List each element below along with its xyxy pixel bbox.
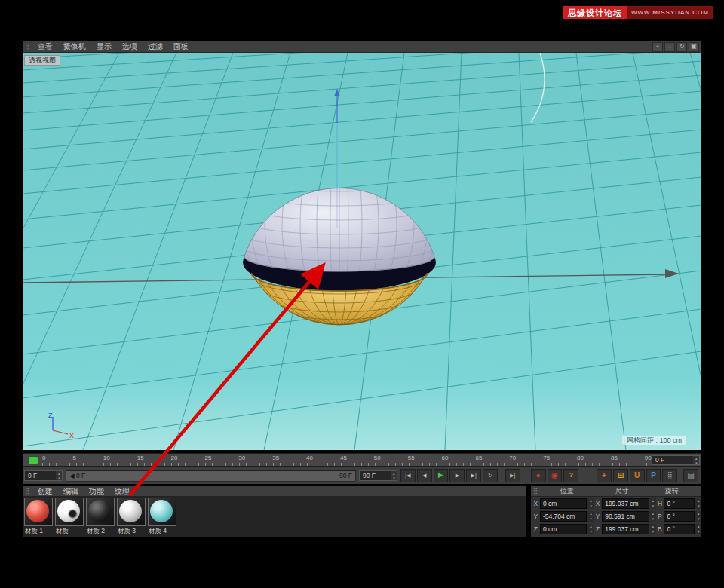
drag-handle-icon[interactable]: ⣿ xyxy=(23,43,32,51)
stepper-icon[interactable]: ▴▾ xyxy=(693,456,699,464)
material-preview-sphere xyxy=(88,500,111,522)
layout-icon[interactable]: ▤ xyxy=(683,469,698,482)
material-thumbnail[interactable] xyxy=(117,498,146,526)
rotate-view-icon[interactable]: ↻ xyxy=(676,42,687,52)
tick-label: 80 xyxy=(577,455,584,462)
material-item[interactable]: 材质 xyxy=(55,498,85,535)
stepper-icon[interactable]: ▴▾ xyxy=(587,498,594,509)
drag-handle-icon[interactable]: ⣿ xyxy=(23,488,32,495)
preview-range-slider[interactable]: ◀ 0 F 90 F xyxy=(66,470,356,482)
current-frame-marker[interactable] xyxy=(28,456,38,464)
current-frame-value: 0 F xyxy=(28,471,37,480)
current-frame-field[interactable]: 0 F ▴▾ xyxy=(24,470,63,481)
menu-camera[interactable]: 摄像机 xyxy=(58,41,91,52)
material-list: 材质 1 材质 材质 2 材质 3 材质 4 xyxy=(23,497,526,537)
pos-axis-label: X xyxy=(532,500,539,507)
stepper-icon[interactable]: ▴▾ xyxy=(695,511,701,522)
header-position: 位置 xyxy=(541,486,594,496)
pos-axis-label: Y xyxy=(532,513,539,520)
sphere-object[interactable] xyxy=(239,124,440,325)
position-x-field[interactable]: 0 cm xyxy=(540,498,587,509)
rotation-h-field[interactable]: 0 ° xyxy=(664,498,695,509)
material-preview-sphere xyxy=(26,500,49,522)
material-thumbnail[interactable] xyxy=(24,498,53,526)
keyframe-options-button[interactable]: ? xyxy=(563,469,578,482)
stepper-icon[interactable]: ▴▾ xyxy=(391,471,397,480)
end-frame-field[interactable]: 90 F ▴▾ xyxy=(359,470,397,481)
axis-gizmo: Z X xyxy=(42,409,77,439)
next-frame-button[interactable]: ▶ xyxy=(449,469,465,482)
transport-bar: 0 F ▴▾ ◀ 0 F 90 F 90 F ▴▾ |◀ ◀ ▶ ▶ ▶| ↻ … xyxy=(23,467,701,484)
stepper-icon[interactable]: ▴▾ xyxy=(650,511,656,522)
size-z-field[interactable]: 199.037 cm xyxy=(602,524,649,534)
tick-label: 60 xyxy=(442,455,449,462)
range-end-label: 90 F xyxy=(339,471,352,481)
quantize-icon[interactable]: ⣿ xyxy=(662,469,677,482)
frame-spinner[interactable]: 0 F ▴▾ xyxy=(652,455,700,465)
zoom-view-icon[interactable]: ↔ xyxy=(664,42,675,52)
drag-handle-icon[interactable]: ⣿ xyxy=(531,488,541,495)
desktop: 思缘设计论坛 WWW.MISSYUAN.COM ⣿ 查看 摄像机 显示 选项 过… xyxy=(0,0,724,588)
record-keyframe-button[interactable]: ● xyxy=(531,469,546,482)
viewport-canvas[interactable]: 透视视图 网格间距 : 100 cm Z X xyxy=(23,53,701,450)
tick-label: 15 xyxy=(137,455,144,462)
material-menu-create[interactable]: 创建 xyxy=(32,486,58,497)
move-snap-icon[interactable]: + xyxy=(597,469,612,482)
pos-axis-label: Z xyxy=(532,525,539,533)
header-rotation: 旋转 xyxy=(651,486,693,496)
rot-axis-label: P xyxy=(657,513,664,520)
material-thumbnail[interactable] xyxy=(55,498,84,526)
goto-end-button[interactable]: ▶| xyxy=(466,469,481,482)
size-y-field[interactable]: 90.591 cm xyxy=(602,511,649,522)
rotation-p-field[interactable]: 0 ° xyxy=(664,511,695,522)
header-size: 尺寸 xyxy=(594,486,651,496)
material-item[interactable]: 材质 4 xyxy=(148,498,178,535)
stepper-icon[interactable]: ▴▾ xyxy=(587,524,594,534)
autokeying-button[interactable]: ◉ xyxy=(548,469,563,482)
material-label: 材质 xyxy=(55,526,85,535)
goto-start-button[interactable]: |◀ xyxy=(400,469,416,482)
menu-filter[interactable]: 过滤 xyxy=(143,41,168,52)
position-y-field[interactable]: -54.704 cm xyxy=(540,511,587,522)
timeline-ruler[interactable]: 0 5 10 15 20 25 30 35 40 45 50 55 60 65 … xyxy=(23,453,701,467)
position-z-field[interactable]: 0 cm xyxy=(540,524,587,534)
next-key-button[interactable]: ▶| xyxy=(505,469,520,482)
watermark: 思缘设计论坛 WWW.MISSYUAN.COM xyxy=(563,6,713,19)
tick-label: 90 xyxy=(645,455,652,462)
material-menu-edit[interactable]: 编辑 xyxy=(58,486,84,497)
material-item[interactable]: 材质 3 xyxy=(117,498,147,535)
grid-snap-icon[interactable]: ⊞ xyxy=(613,469,628,482)
stepper-icon[interactable]: ▴▾ xyxy=(56,471,62,480)
menu-view[interactable]: 查看 xyxy=(32,41,58,52)
coordinate-row-y: Y -54.704 cm ▴▾ Y 90.591 cm ▴▾ P 0 ° ▴▾ xyxy=(531,510,701,522)
stepper-icon[interactable]: ▴▾ xyxy=(695,524,701,534)
material-menu-function[interactable]: 功能 xyxy=(84,486,109,497)
axis-z-label: Z xyxy=(48,412,53,419)
stepper-icon[interactable]: ▴▾ xyxy=(650,524,656,534)
material-thumbnail[interactable] xyxy=(86,498,115,526)
material-menu-texture[interactable]: 纹理 xyxy=(109,486,135,497)
tick-label: 50 xyxy=(374,455,381,462)
toggle-view-icon[interactable]: ▣ xyxy=(689,42,699,52)
play-button[interactable]: ▶ xyxy=(434,469,449,482)
parameter-icon[interactable]: P xyxy=(646,469,661,482)
menu-options[interactable]: 选项 xyxy=(117,41,143,52)
tick-label: 10 xyxy=(103,455,110,462)
rotation-b-field[interactable]: 0 ° xyxy=(664,524,695,534)
stepper-icon[interactable]: ▴▾ xyxy=(695,498,701,509)
material-thumbnail[interactable] xyxy=(148,498,176,526)
play-mode-button[interactable]: ↻ xyxy=(483,469,498,482)
pan-view-icon[interactable]: + xyxy=(652,42,663,52)
menu-display[interactable]: 显示 xyxy=(91,41,117,52)
coordinates-header: ⣿ 位置 尺寸 旋转 xyxy=(531,486,701,497)
magnet-icon[interactable]: U xyxy=(630,469,645,482)
size-x-field[interactable]: 199.037 cm xyxy=(602,498,649,509)
menu-panel[interactable]: 面板 xyxy=(168,41,194,52)
material-menubar: ⣿ 创建 编辑 功能 纹理 xyxy=(23,486,526,497)
stepper-icon[interactable]: ▴▾ xyxy=(587,511,594,522)
rot-axis-label: H xyxy=(657,500,664,507)
previous-frame-button[interactable]: ◀ xyxy=(417,469,432,482)
material-item[interactable]: 材质 2 xyxy=(86,498,116,535)
stepper-icon[interactable]: ▴▾ xyxy=(650,498,656,509)
material-item[interactable]: 材质 1 xyxy=(24,498,54,535)
